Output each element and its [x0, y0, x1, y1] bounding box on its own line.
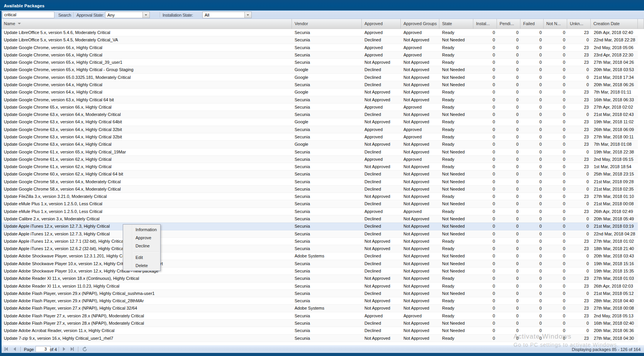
prev-page-button[interactable]: [14, 347, 16, 351]
approval-dropdown-button[interactable]: [142, 12, 149, 18]
cell-approved-groups: Approved: [401, 44, 439, 51]
cell-vendor: Google: [292, 118, 362, 125]
next-page-button[interactable]: [63, 347, 65, 351]
table-row[interactable]: Update LibreOffice 5.x, version 5.4.5, M…: [2, 36, 638, 44]
cell-unknown: 23: [567, 59, 591, 66]
table-row[interactable]: Update Google Chrome, version 64.x, High…: [2, 89, 638, 96]
table-row[interactable]: Update Adobe Reader XI 11.x, version 18.…: [2, 275, 638, 282]
menu-item-edit[interactable]: Edit: [123, 254, 160, 262]
cell-unknown: 0: [567, 320, 591, 327]
menu-item-decline[interactable]: Decline: [123, 242, 160, 250]
table-row[interactable]: Update Google Chrome 63.x, version 64.x,…: [2, 133, 638, 141]
column-header-approved-groups[interactable]: Approved Groups: [401, 19, 439, 29]
search-input[interactable]: critical: [2, 12, 54, 18]
table-row[interactable]: Update Adobe Shockwave Player 10.x, vers…: [2, 260, 638, 267]
cell-name: Update Google Chrome 63.x, version 64.x,…: [2, 118, 292, 125]
cell-approved: Declined: [362, 200, 401, 207]
panel-title: Available Packages: [4, 3, 44, 8]
cell-vendor: Secunia: [292, 297, 362, 304]
table-row[interactable]: Update Adobe Flash Player, version 29.x …: [2, 290, 638, 297]
column-header-name[interactable]: Name: [2, 19, 292, 29]
cell-state: Not Needed: [439, 215, 473, 222]
refresh-button[interactable]: [82, 346, 88, 352]
column-header-unknown[interactable]: Unkn...: [567, 19, 591, 29]
cell-pending: 0: [497, 59, 520, 66]
cell-pending: 0: [497, 178, 520, 185]
table-row[interactable]: Update 7-zip 9.x, version 16.x, Highly C…: [2, 335, 638, 342]
table-row[interactable]: Update Google Chrome 58.x, version 64.x,…: [2, 186, 638, 193]
column-header-state[interactable]: State: [439, 19, 473, 29]
table-row[interactable]: Update Adobe Shockwave Player, version 1…: [2, 252, 638, 260]
installation-state-select[interactable]: All: [202, 12, 252, 18]
table-row[interactable]: Update Google Chrome 58.x, version 64.x,…: [2, 178, 638, 186]
cell-approved-groups: Not Approved: [401, 89, 439, 95]
table-row[interactable]: Update Apple iTunes 12.x, version 12.7.3…: [2, 230, 638, 238]
cell-created: 28th Mar, 2018 04:40: [591, 297, 638, 304]
column-header-installed[interactable]: Instal...: [473, 19, 497, 29]
table-row[interactable]: Update Adobe Flash Player 27.x, version …: [2, 312, 638, 320]
column-header-creation-date[interactable]: Creation Date: [591, 19, 638, 29]
table-row[interactable]: Update Google Chrome 63.x, version 64.x,…: [2, 126, 638, 133]
approval-state-select[interactable]: Any: [105, 12, 150, 18]
table-row[interactable]: Update Google Chrome 60.x, version 62.x,…: [2, 170, 638, 178]
table-row[interactable]: Update Google Chrome, version 64.x, High…: [2, 81, 638, 89]
table-row[interactable]: Update Google Chrome 63.x, version 64.x,…: [2, 141, 638, 148]
table-row[interactable]: Update Google Chrome, version 65.x, High…: [2, 66, 638, 73]
cell-not-needed: 0: [544, 44, 567, 51]
table-row[interactable]: Update Google Chrome 61.x, version 62.x,…: [2, 163, 638, 170]
table-row[interactable]: Update eMule Plus 1.x, version 1.2.5.0, …: [2, 200, 638, 208]
cell-created: 23rd Apr, 2018 22:30: [591, 51, 638, 58]
table-row[interactable]: Update Adobe Flash Player, version 27.x …: [2, 305, 638, 312]
table-row[interactable]: Update Adobe Acrobat Reader, version 11.…: [2, 327, 638, 334]
table-row[interactable]: Update Adobe Flash Player, version 29.x …: [2, 297, 638, 305]
column-header-approved[interactable]: Approved: [362, 19, 401, 29]
table-row-selected[interactable]: Update Apple iTunes 12.x, version 12.7.3…: [2, 223, 638, 230]
search-button[interactable]: Search: [58, 13, 71, 17]
column-header-pending[interactable]: Pendi...: [497, 19, 520, 29]
last-page-button[interactable]: [71, 347, 74, 351]
installation-dropdown-button[interactable]: [244, 12, 251, 18]
table-row[interactable]: Update Google Chrome, version 63.x, High…: [2, 96, 638, 104]
menu-item-approve[interactable]: Approve: [123, 234, 160, 242]
column-header-vendor[interactable]: Vendor: [292, 19, 362, 29]
table-row[interactable]: Update Adobe Reader XI 11.x, version 11.…: [2, 283, 638, 290]
table-row[interactable]: Update FileZilla 3.x, version 3.21.0, Mo…: [2, 193, 638, 200]
table-row[interactable]: Update Apple iTunes 12.x, version 12.7.1…: [2, 238, 638, 245]
column-header-failed[interactable]: Failed: [520, 19, 544, 29]
menu-item-delete[interactable]: Delete: [123, 262, 160, 270]
table-row[interactable]: Update Google Chrome, version 66.x, High…: [2, 44, 638, 51]
cell-installed: 0: [473, 59, 497, 66]
cell-not-needed: 0: [544, 104, 567, 111]
table-row[interactable]: Update Google Chrome, version 65.0.3325.…: [2, 74, 638, 81]
table-row[interactable]: Update eMule Plus 1.x, version 1.2.5.0, …: [2, 208, 638, 215]
column-header-not-needed[interactable]: Not N...: [544, 19, 567, 29]
cell-failed: 0: [520, 223, 544, 230]
table-row[interactable]: Update Adobe Shockwave Player 10.x, vers…: [2, 267, 638, 275]
table-row[interactable]: Update Calibre 2.x, version 3.x, Moderat…: [2, 215, 638, 223]
cell-approved: Declined: [362, 111, 401, 118]
page-number-input[interactable]: 3: [36, 346, 51, 352]
table-row[interactable]: Update Google Chrome 63.x, version 64.x,…: [2, 118, 638, 126]
table-row[interactable]: Update Google Chrome, version 65.x, High…: [2, 59, 638, 66]
table-row[interactable]: Update Apple iTunes 12.x, version 12.6.2…: [2, 245, 638, 252]
cell-pending: 0: [497, 200, 520, 207]
cell-not-needed: 0: [544, 148, 567, 155]
table-row[interactable]: Update Google Chrome 61.x, version 62.x,…: [2, 156, 638, 163]
table-row[interactable]: Update Google Chrome, version 66.x, High…: [2, 51, 638, 59]
cell-created: 27th Mar, 2018 01:02: [591, 238, 638, 245]
menu-item-information[interactable]: Information: [123, 226, 160, 234]
cell-name: Update Adobe Flash Player, version 29.x …: [2, 297, 292, 304]
cell-state: Ready: [439, 141, 473, 148]
first-page-button[interactable]: [5, 347, 8, 351]
cell-not-needed: 0: [544, 297, 567, 304]
cell-installed: 0: [473, 156, 497, 163]
cell-failed: 0: [520, 238, 544, 245]
cell-failed: 0: [520, 89, 544, 95]
table-row[interactable]: Update Google Chrome 65.x, version 66.x,…: [2, 104, 638, 111]
table-row[interactable]: Update Google Chrome 63.x, version 64.x,…: [2, 111, 638, 118]
table-row[interactable]: Update LibreOffice 5.x, version 5.4.6, M…: [2, 29, 638, 36]
cell-pending: 0: [497, 290, 520, 297]
table-row[interactable]: Update Google Chrome 61.x, version 65.x,…: [2, 148, 638, 156]
table-row[interactable]: Update Adobe Flash Player 27.x, version …: [2, 320, 638, 327]
approval-state-label: Approval State:: [76, 13, 104, 17]
